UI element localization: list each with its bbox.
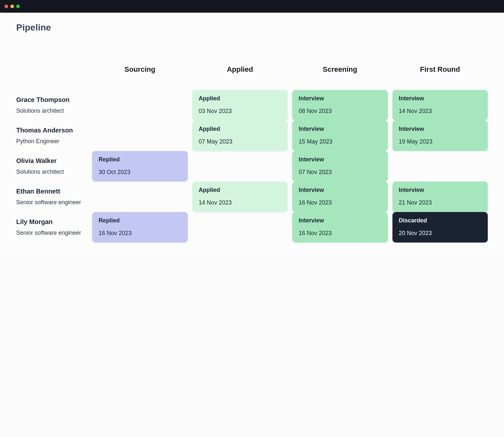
page-title: Pipeline <box>16 22 488 33</box>
column-header-first-round: First Round <box>392 65 488 90</box>
stage-date: 03 Nov 2023 <box>199 108 282 115</box>
stage-status: Interview <box>299 126 381 132</box>
stage-status: Interview <box>399 187 482 194</box>
candidate-info[interactable]: Thomas AndersonPython Engineer <box>16 120 88 151</box>
stage-date: 07 Nov 2023 <box>299 169 381 176</box>
stage-card[interactable]: Interview16 Nov 2023 <box>292 212 388 243</box>
window-close-button[interactable] <box>5 5 8 8</box>
stage-status: Replied <box>99 217 181 224</box>
stage-cell-first_round <box>392 151 488 181</box>
stage-status: Interview <box>299 95 381 102</box>
stage-cell-applied: Applied07 May 2023 <box>192 120 288 151</box>
stage-status: Interview <box>299 217 381 224</box>
candidate-role: Senior software engineer <box>16 230 88 236</box>
stage-card[interactable]: Interview21 Nov 2023 <box>392 181 488 212</box>
column-header-screening: Screening <box>292 65 388 90</box>
candidate-name: Lily Morgan <box>16 218 88 226</box>
candidate-info[interactable]: Lily MorganSenior software engineer <box>16 212 88 243</box>
stage-status: Applied <box>199 187 282 194</box>
stage-cell-first_round: Interview21 Nov 2023 <box>392 181 488 212</box>
stage-cell-applied <box>192 151 288 181</box>
stage-cell-first_round: Interview14 Nov 2023 <box>392 90 488 120</box>
stage-date: 30 Oct 2023 <box>99 169 181 176</box>
stage-card[interactable]: Interview08 Nov 2023 <box>292 90 388 120</box>
stage-date: 16 Nov 2023 <box>99 230 181 237</box>
column-header-sourcing: Sourcing <box>92 65 188 90</box>
stage-cell-screening: Interview08 Nov 2023 <box>292 90 388 120</box>
stage-date: 16 Nov 2023 <box>299 230 381 237</box>
stage-cell-screening: Interview16 Nov 2023 <box>292 181 388 212</box>
candidate-name: Grace Thompson <box>16 96 88 104</box>
window-minimize-button[interactable] <box>10 5 14 8</box>
stage-date: 19 May 2023 <box>399 138 482 145</box>
stage-card[interactable]: Interview15 May 2023 <box>292 120 388 151</box>
stage-date: 15 May 2023 <box>299 138 381 145</box>
stage-cell-first_round: Discarded20 Nov 2023 <box>392 212 488 243</box>
stage-card[interactable]: Interview16 Nov 2023 <box>292 181 388 212</box>
stage-cell-sourcing: Replied30 Oct 2023 <box>92 151 188 181</box>
stage-card[interactable]: Applied14 Nov 2023 <box>192 181 288 212</box>
candidate-info[interactable]: Ethan BennettSenior software engineer <box>16 181 88 212</box>
stage-card[interactable]: Applied03 Nov 2023 <box>192 90 288 120</box>
stage-cell-sourcing: Replied16 Nov 2023 <box>92 212 188 243</box>
stage-cell-sourcing <box>92 90 188 120</box>
stage-status: Interview <box>399 126 482 132</box>
candidate-name: Olivia Walker <box>16 157 88 165</box>
stage-card[interactable]: Interview07 Nov 2023 <box>292 151 388 181</box>
stage-card[interactable]: Interview19 May 2023 <box>392 120 488 151</box>
stage-cell-sourcing <box>92 120 188 151</box>
candidate-name: Ethan Bennett <box>16 188 88 195</box>
titlebar <box>0 0 504 13</box>
candidate-role: Senior software engineer <box>16 199 88 206</box>
stage-cell-screening: Interview16 Nov 2023 <box>292 212 388 243</box>
stage-card[interactable]: Replied16 Nov 2023 <box>92 212 188 243</box>
candidate-role: Python Engineer <box>16 138 88 145</box>
candidate-role: Solutions architect <box>16 107 88 114</box>
stage-cell-first_round: Interview19 May 2023 <box>392 120 488 151</box>
stage-card[interactable]: Discarded20 Nov 2023 <box>392 212 488 243</box>
stage-date: 14 Nov 2023 <box>399 108 482 115</box>
stage-card[interactable]: Interview14 Nov 2023 <box>392 90 488 120</box>
stage-status: Interview <box>299 156 381 163</box>
candidate-role: Solutions architect <box>16 169 88 175</box>
stage-card[interactable]: Replied30 Oct 2023 <box>92 151 188 181</box>
stage-cell-screening: Interview07 Nov 2023 <box>292 151 388 181</box>
candidate-name: Thomas Anderson <box>16 127 88 134</box>
candidate-info[interactable]: Grace ThompsonSolutions architect <box>16 90 88 120</box>
content-area: Pipeline Sourcing Applied Screening Firs… <box>0 13 504 256</box>
stage-status: Interview <box>299 187 381 194</box>
stage-cell-applied: Applied03 Nov 2023 <box>192 90 288 120</box>
column-header-applied: Applied <box>192 65 288 90</box>
pipeline-grid: Sourcing Applied Screening First Round G… <box>16 65 488 243</box>
stage-status: Replied <box>99 156 181 163</box>
stage-card[interactable]: Applied07 May 2023 <box>192 120 288 151</box>
stage-cell-applied: Applied14 Nov 2023 <box>192 181 288 212</box>
stage-date: 20 Nov 2023 <box>399 230 482 237</box>
stage-status: Discarded <box>399 217 482 224</box>
window-maximize-button[interactable] <box>16 5 20 8</box>
stage-cell-sourcing <box>92 181 188 212</box>
stage-status: Applied <box>199 95 282 102</box>
stage-cell-screening: Interview15 May 2023 <box>292 120 388 151</box>
stage-date: 08 Nov 2023 <box>299 108 381 115</box>
stage-date: 14 Nov 2023 <box>199 199 282 206</box>
stage-cell-applied <box>192 212 288 243</box>
stage-date: 16 Nov 2023 <box>299 199 381 206</box>
stage-date: 21 Nov 2023 <box>399 199 482 206</box>
stage-status: Interview <box>399 95 482 102</box>
column-header-blank <box>16 65 88 90</box>
app-window: Pipeline Sourcing Applied Screening Firs… <box>0 0 504 256</box>
stage-status: Applied <box>199 126 282 132</box>
candidate-info[interactable]: Olivia WalkerSolutions architect <box>16 151 88 181</box>
stage-date: 07 May 2023 <box>199 138 282 145</box>
